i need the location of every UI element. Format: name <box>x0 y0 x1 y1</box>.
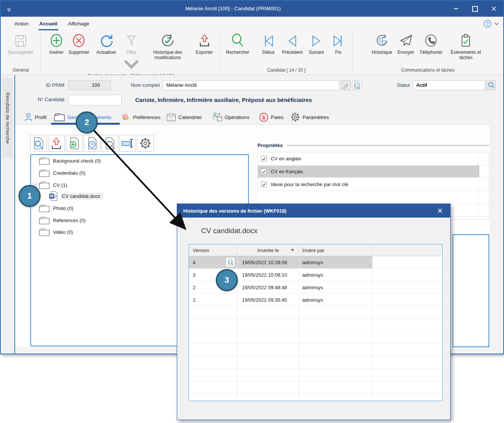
preview-file-button[interactable] <box>30 135 47 152</box>
property-label: CV en français <box>271 169 303 174</box>
previous-label: Précédent <box>282 50 303 55</box>
close-button[interactable] <box>484 1 503 17</box>
save-button[interactable]: Sauvegarder <box>6 33 35 55</box>
preview-version-button[interactable] <box>226 257 235 267</box>
property-label: CV en anglais <box>271 156 301 161</box>
tree-item-label: CV candidat.docx <box>61 193 103 200</box>
empty-row <box>189 319 442 331</box>
full-name-field[interactable]: Mélanie Anctil <box>163 80 339 90</box>
tree-item-cv[interactable]: CV (1) <box>39 180 67 190</box>
tree-item-references[interactable]: References (0) <box>39 215 86 225</box>
filter-button[interactable]: Filtre <box>122 33 141 73</box>
version-row-4[interactable]: 4 19/05/2022 10:28:08 adminsys <box>189 256 442 269</box>
tree-item-background-check[interactable]: Background check (0) <box>39 156 101 166</box>
preview-name-doc-button[interactable] <box>352 80 362 90</box>
next-button[interactable]: Suivant <box>306 33 326 55</box>
upload-file-button[interactable] <box>48 135 65 152</box>
last-button[interactable]: Fin <box>328 33 348 55</box>
status-search-button[interactable] <box>486 80 496 90</box>
tab-paies[interactable]: $ Paies <box>259 111 284 123</box>
tab-parametres-label: Paramètres <box>303 114 329 120</box>
dialog-close-button[interactable] <box>434 204 446 218</box>
tab-operations[interactable]: Opérations <box>212 111 250 123</box>
send-button[interactable]: Envoyer <box>396 33 416 55</box>
insert-button[interactable]: Insérer <box>47 33 66 55</box>
communication-history-button[interactable]: Historique <box>370 33 394 55</box>
tree-item-credentials[interactable]: Credentials (0) <box>39 168 85 178</box>
quick-access-icon[interactable] <box>7 6 11 13</box>
close-icon <box>492 6 496 11</box>
tree-item-video[interactable]: Vidéo (0) <box>39 227 73 237</box>
folder-icon <box>39 204 50 213</box>
file-preview-icon <box>33 137 44 150</box>
first-button[interactable]: Début <box>259 33 278 55</box>
tab-profil[interactable]: Profil <box>24 111 47 123</box>
ribbon-tab-accueil[interactable]: Accueil <box>34 17 63 31</box>
header-inserted-by[interactable]: Inséré par <box>299 244 373 256</box>
folder-icon <box>39 181 50 190</box>
property-row-cv-francais[interactable]: CV en français <box>258 165 489 178</box>
delete-icon <box>70 33 87 49</box>
tab-label: Accueil <box>39 21 58 27</box>
folder-icon <box>39 216 50 225</box>
header-blank <box>373 244 442 256</box>
inserted-by-cell: adminsys <box>302 260 323 265</box>
group-label-general: Général <box>1 67 41 75</box>
tab-preferences[interactable]: Préférences <box>121 111 161 123</box>
tab-calendrier-label: Calendrier <box>178 114 202 120</box>
delete-button[interactable]: Supprimer <box>67 33 91 55</box>
file-versions-button[interactable] <box>84 135 100 152</box>
rename-file-button[interactable] <box>119 135 136 152</box>
gear-icon <box>290 112 300 122</box>
tree-item-photo[interactable]: Photo (0) <box>39 203 73 213</box>
close-icon <box>438 208 442 213</box>
insert-label: Insérer <box>49 50 63 55</box>
ribbon-tab-action[interactable]: Action <box>9 17 34 31</box>
full-name-label: Nom complet <box>122 80 160 90</box>
job-titles-text: Cariste, Infirmière, Infirmière auxiliai… <box>135 97 312 103</box>
checkbox-checked[interactable] <box>261 182 267 187</box>
detail-side-panel <box>453 234 489 347</box>
version-row-1[interactable]: 1 19/05/2022 09:35:45 adminsys <box>189 294 442 306</box>
version-cell: 4 <box>193 260 195 265</box>
header-version[interactable]: Version <box>189 244 237 256</box>
refresh-button[interactable]: Actualiser <box>92 33 121 55</box>
previous-button[interactable]: Précédent <box>281 33 304 55</box>
folder-icon <box>39 169 50 177</box>
events-tasks-icon <box>457 33 474 49</box>
tree-item-cv-candidat-docx[interactable]: W CV candidat.docx <box>48 191 103 201</box>
tab-parametres[interactable]: Paramètres <box>290 111 329 123</box>
checkbox-checked[interactable] <box>261 169 267 174</box>
property-row-indexe[interactable]: Idexé pour la recherche par mot clé <box>258 178 489 191</box>
properties-divider <box>287 145 489 146</box>
maximize-button[interactable] <box>465 1 484 17</box>
add-file-button[interactable] <box>66 135 83 152</box>
checkbox-checked[interactable] <box>261 156 267 161</box>
ribbon-tab-affichage[interactable]: Affichage <box>63 17 95 31</box>
empty-row <box>189 344 442 356</box>
delete-label: Supprimer <box>69 50 89 55</box>
modification-history-button[interactable]: Historique des modifications <box>142 33 193 60</box>
property-label: Idexé pour la recherche par mot clé <box>271 182 348 187</box>
property-row-cv-anglais[interactable]: CV en anglais <box>258 152 489 165</box>
tab-calendrier[interactable]: Calendrier <box>166 111 202 123</box>
last-record-icon <box>330 33 346 49</box>
status-field[interactable]: Actif <box>413 80 485 90</box>
header-inserted-on[interactable]: Insérée le <box>237 244 299 256</box>
id-prim-field[interactable]: 100 <box>68 80 111 90</box>
search-file-button[interactable] <box>101 135 118 152</box>
minimize-button[interactable] <box>446 1 465 17</box>
phone-button[interactable]: Téléphoner <box>418 33 444 55</box>
help-icon[interactable]: ? <box>484 20 492 28</box>
search-results-dock-tab[interactable]: Résultats de recherche <box>2 78 13 158</box>
group-label-candidate: Candidat [ 14 / 20 ] <box>220 67 352 75</box>
candidate-no-field[interactable] <box>68 95 122 105</box>
search-button[interactable]: Rechercher <box>225 33 251 55</box>
document-settings-button[interactable] <box>137 135 154 152</box>
export-button[interactable]: Exporter <box>194 33 214 55</box>
edit-name-button[interactable] <box>341 80 351 90</box>
versions-table: Version Insérée le Inséré par 4 19/05/20… <box>189 244 443 401</box>
versions-table-header: Version Insérée le Inséré par <box>189 244 442 256</box>
events-tasks-button[interactable]: Évènements et tâches <box>446 33 485 60</box>
ribbon-collapse-chevron-icon[interactable] <box>495 22 499 25</box>
